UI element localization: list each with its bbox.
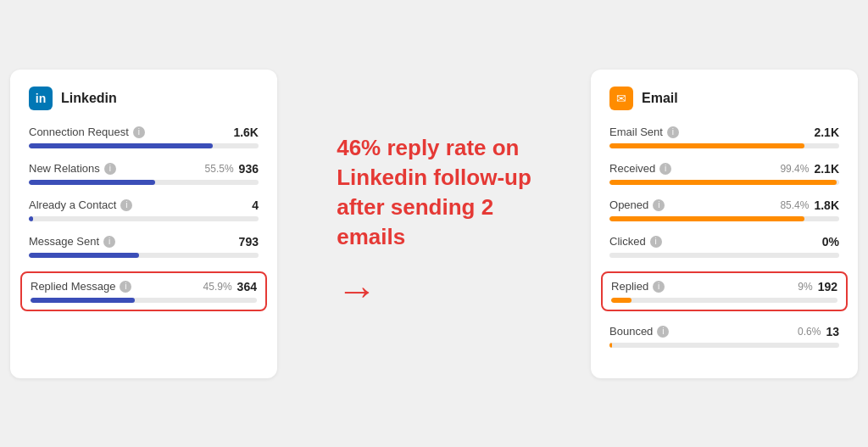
metric-row-clicked: Clickedi0% xyxy=(609,235,839,258)
metric-values-replied: 9%192 xyxy=(798,280,837,293)
metric-label-new-relations: New Relationsi xyxy=(29,162,116,175)
progress-fill-replied-message xyxy=(31,298,135,303)
metric-top-connection-request: Connection Requesti1.6K xyxy=(29,126,259,139)
progress-fill-email-sent xyxy=(609,143,804,148)
linkedin-title: Linkedin xyxy=(61,91,117,106)
metric-row-connection-request: Connection Requesti1.6K xyxy=(29,126,259,148)
metric-num-new-relations: 936 xyxy=(239,162,259,176)
metric-num-already-contact: 4 xyxy=(252,198,259,212)
info-icon-new-relations[interactable]: i xyxy=(104,163,116,175)
metric-label-opened: Openedi xyxy=(609,198,665,211)
metric-row-replied-message: Replied Messagei45.9%364 xyxy=(20,271,267,311)
middle-panel: 46% reply rate onLinkedin follow-upafter… xyxy=(291,70,577,378)
metric-top-received: Receivedi99.4%2.1K xyxy=(609,162,839,176)
info-icon-already-contact[interactable]: i xyxy=(120,199,132,211)
metric-label-clicked: Clickedi xyxy=(609,235,662,248)
metric-values-opened: 85.4%1.8K xyxy=(780,198,839,212)
info-icon-received[interactable]: i xyxy=(659,163,671,175)
metric-label-replied-message: Replied Messagei xyxy=(31,280,131,293)
info-icon-email-sent[interactable]: i xyxy=(667,126,679,138)
progress-track-email-sent xyxy=(609,143,839,148)
metric-num-clicked: 0% xyxy=(822,235,839,249)
info-icon-replied[interactable]: i xyxy=(653,281,665,293)
metric-label-received: Receivedi xyxy=(609,162,671,175)
metric-row-received: Receivedi99.4%2.1K xyxy=(609,162,839,185)
metric-values-connection-request: 1.6K xyxy=(233,126,259,139)
metric-top-clicked: Clickedi0% xyxy=(609,235,839,249)
metric-top-message-sent: Message Senti793 xyxy=(29,235,259,249)
metric-label-already-contact: Already a Contacti xyxy=(29,198,132,211)
metric-top-email-sent: Email Senti2.1K xyxy=(609,126,839,139)
metric-num-replied: 192 xyxy=(818,280,837,293)
metric-values-clicked: 0% xyxy=(822,235,839,249)
metric-num-opened: 1.8K xyxy=(814,198,839,212)
info-icon-opened[interactable]: i xyxy=(653,199,665,211)
metric-values-replied-message: 45.9%364 xyxy=(203,280,257,293)
callout-text: 46% reply rate onLinkedin follow-upafter… xyxy=(337,133,531,252)
metric-pct-new-relations: 55.5% xyxy=(205,163,234,175)
metric-pct-received: 99.4% xyxy=(780,163,809,175)
progress-fill-replied xyxy=(611,298,632,303)
metric-row-replied: Repliedi9%192 xyxy=(601,271,848,311)
arrow-area: ← xyxy=(337,267,531,314)
metric-label-message-sent: Message Senti xyxy=(29,235,115,248)
metric-values-new-relations: 55.5%936 xyxy=(205,162,259,176)
metric-row-already-contact: Already a Contacti4 xyxy=(29,198,259,221)
metric-values-email-sent: 2.1K xyxy=(814,126,839,139)
metric-num-bounced: 13 xyxy=(826,325,839,338)
email-card-header: ✉ Email xyxy=(609,87,839,110)
metric-top-already-contact: Already a Contacti4 xyxy=(29,198,259,212)
main-container: in Linkedin Connection Requesti1.6KNew R… xyxy=(10,70,858,378)
info-icon-message-sent[interactable]: i xyxy=(103,236,115,248)
progress-track-opened xyxy=(609,216,839,221)
email-title: Email xyxy=(642,91,678,106)
red-arrow-icon: ← xyxy=(337,267,377,314)
metric-row-message-sent: Message Senti793 xyxy=(29,235,259,258)
email-icon: ✉ xyxy=(609,87,633,110)
metric-pct-replied: 9% xyxy=(798,281,812,293)
metric-pct-opened: 85.4% xyxy=(780,199,809,211)
linkedin-icon: in xyxy=(29,87,53,110)
linkedin-card: in Linkedin Connection Requesti1.6KNew R… xyxy=(10,70,277,378)
metric-label-replied: Repliedi xyxy=(611,280,665,293)
progress-fill-received xyxy=(609,180,837,185)
metric-values-received: 99.4%2.1K xyxy=(780,162,839,176)
email-card: ✉ Email Email Senti2.1KReceivedi99.4%2.1… xyxy=(591,70,858,378)
metric-num-message-sent: 793 xyxy=(239,235,259,249)
info-icon-connection-request[interactable]: i xyxy=(133,126,145,138)
info-icon-replied-message[interactable]: i xyxy=(120,281,131,293)
progress-track-message-sent xyxy=(29,253,259,258)
info-icon-bounced[interactable]: i xyxy=(657,326,669,338)
progress-track-new-relations xyxy=(29,180,259,185)
metric-top-replied-message: Replied Messagei45.9%364 xyxy=(31,280,257,293)
progress-fill-already-contact xyxy=(29,216,33,221)
progress-fill-bounced xyxy=(609,343,612,348)
progress-fill-new-relations xyxy=(29,180,155,185)
metric-num-email-sent: 2.1K xyxy=(814,126,839,139)
metric-num-received: 2.1K xyxy=(814,162,839,176)
metric-pct-bounced: 0.6% xyxy=(798,326,821,338)
metric-row-bounced: Bouncedi0.6%13 xyxy=(609,325,839,348)
metric-label-email-sent: Email Senti xyxy=(609,126,679,138)
metric-num-replied-message: 364 xyxy=(237,280,257,293)
info-icon-clicked[interactable]: i xyxy=(650,236,662,248)
metric-top-bounced: Bouncedi0.6%13 xyxy=(609,325,839,338)
progress-track-connection-request xyxy=(29,143,259,148)
linkedin-card-header: in Linkedin xyxy=(29,87,259,110)
metric-values-bounced: 0.6%13 xyxy=(798,325,839,338)
metric-row-opened: Openedi85.4%1.8K xyxy=(609,198,839,221)
progress-fill-connection-request xyxy=(29,143,213,148)
metric-values-already-contact: 4 xyxy=(252,198,259,212)
progress-track-replied-message xyxy=(31,298,257,303)
progress-track-replied xyxy=(611,298,837,303)
metric-label-bounced: Bouncedi xyxy=(609,325,669,338)
metric-label-connection-request: Connection Requesti xyxy=(29,126,145,138)
progress-track-bounced xyxy=(609,343,839,348)
metric-values-message-sent: 793 xyxy=(239,235,259,249)
metric-row-new-relations: New Relationsi55.5%936 xyxy=(29,162,259,185)
metric-top-new-relations: New Relationsi55.5%936 xyxy=(29,162,259,176)
metric-row-email-sent: Email Senti2.1K xyxy=(609,126,839,148)
progress-fill-opened xyxy=(609,216,804,221)
metric-num-connection-request: 1.6K xyxy=(233,126,259,139)
progress-track-received xyxy=(609,180,839,185)
